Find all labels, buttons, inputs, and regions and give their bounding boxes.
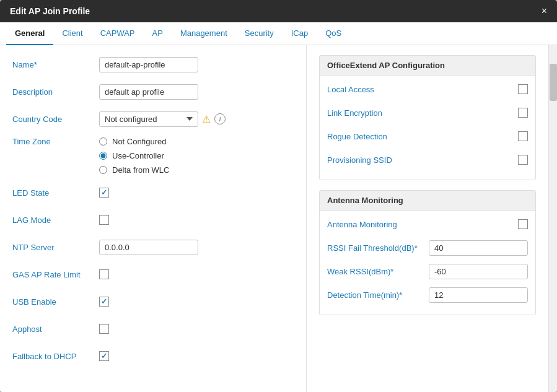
- link-encryption-checkbox[interactable]: [518, 108, 528, 118]
- tab-capwap[interactable]: CAPWAP: [92, 22, 144, 45]
- provisioning-ssid-checkbox[interactable]: [518, 155, 528, 165]
- time-zone-radio-use-controller[interactable]: [99, 152, 107, 160]
- tab-bar: General Client CAPWAP AP Management Secu…: [0, 22, 557, 45]
- time-zone-label: Time Zone: [12, 137, 99, 146]
- time-zone-radio-not-configured[interactable]: [99, 137, 107, 146]
- local-access-checkbox[interactable]: [518, 84, 528, 94]
- usb-enable-label: USB Enable: [12, 297, 99, 307]
- tab-security[interactable]: Security: [236, 22, 283, 45]
- time-zone-use-controller: Use-Controller: [99, 151, 169, 160]
- time-zone-radio-group: Not Configured Use-Controller Delta from…: [99, 137, 169, 175]
- name-label: Name*: [12, 60, 99, 69]
- tab-general[interactable]: General: [6, 22, 53, 45]
- country-code-wrapper: Not configured ⚠ i: [99, 111, 294, 127]
- close-button[interactable]: ×: [542, 6, 547, 16]
- lag-mode-checkbox[interactable]: [99, 215, 109, 225]
- rssi-fail-row: RSSI Fail Threshold(dB)*: [327, 239, 528, 256]
- description-value-wrapper: [99, 84, 294, 100]
- detection-time-label: Detection Time(min)*: [327, 290, 429, 300]
- time-zone-delta-wlc: Delta from WLC: [99, 165, 169, 175]
- weak-rssi-input[interactable]: [429, 264, 528, 279]
- led-state-checkbox[interactable]: [99, 188, 109, 198]
- antenna-monitoring-row: Antenna Monitoring: [327, 216, 528, 233]
- detection-time-row: Detection Time(min)*: [327, 286, 528, 303]
- local-access-row: Local Access: [327, 81, 528, 98]
- usb-enable-row: USB Enable: [12, 292, 294, 311]
- name-row: Name*: [12, 55, 294, 74]
- time-zone-use-controller-label: Use-Controller: [112, 151, 164, 160]
- modal-title: Edit AP Join Profile: [10, 6, 90, 16]
- name-value-wrapper: [99, 57, 294, 72]
- fallback-dhcp-row: Fallback to DHCP: [12, 347, 294, 365]
- rssi-fail-label: RSSI Fail Threshold(dB)*: [327, 243, 429, 253]
- fallback-dhcp-checkbox[interactable]: [99, 351, 109, 361]
- antenna-monitoring-checkbox[interactable]: [518, 219, 528, 229]
- scrollbar-track[interactable]: [548, 45, 557, 392]
- time-zone-radio-delta-wlc[interactable]: [99, 166, 107, 174]
- ntp-server-row: NTP Server: [12, 238, 294, 256]
- weak-rssi-label: Weak RSSI(dBm)*: [327, 267, 429, 276]
- antenna-monitoring-title: Antenna Monitoring: [320, 191, 535, 211]
- local-access-label: Local Access: [327, 85, 518, 94]
- scrollbar-thumb[interactable]: [550, 64, 557, 101]
- antenna-monitoring-section: Antenna Monitoring Antenna Monitoring RS…: [319, 190, 536, 315]
- usb-enable-checkbox[interactable]: [99, 297, 109, 307]
- detection-time-input[interactable]: [429, 287, 528, 303]
- led-state-wrapper: [99, 188, 294, 198]
- time-zone-value-wrapper: Not Configured Use-Controller Delta from…: [99, 137, 294, 175]
- led-state-label: LED State: [12, 188, 99, 198]
- modal: Edit AP Join Profile × General Client CA…: [0, 0, 557, 392]
- gas-ap-rate-row: GAS AP Rate Limit: [12, 265, 294, 284]
- time-zone-delta-wlc-label: Delta from WLC: [112, 165, 169, 175]
- rssi-fail-input[interactable]: [429, 240, 528, 256]
- gas-ap-rate-checkbox[interactable]: [99, 269, 109, 279]
- gas-ap-rate-wrapper: [99, 269, 294, 279]
- rogue-detection-checkbox[interactable]: [518, 131, 528, 141]
- provisioning-ssid-label: Provisioning SSID: [327, 155, 518, 165]
- ntp-server-label: NTP Server: [12, 243, 99, 252]
- tab-icap[interactable]: ICap: [283, 22, 317, 45]
- weak-rssi-row: Weak RSSI(dBm)*: [327, 263, 528, 280]
- country-code-row: Country Code Not configured ⚠ i: [12, 110, 294, 128]
- warn-icon: ⚠: [202, 113, 211, 125]
- description-input[interactable]: [99, 84, 198, 100]
- tab-management[interactable]: Management: [172, 22, 236, 45]
- apphost-label: Apphost: [12, 324, 99, 334]
- apphost-row: Apphost: [12, 320, 294, 338]
- apphost-wrapper: [99, 324, 294, 334]
- office-extend-body: Local Access Link Encryption Rogue Detec…: [320, 76, 535, 180]
- office-extend-title: OfficeExtend AP Configuration: [320, 56, 535, 76]
- rogue-detection-row: Rogue Detection: [327, 128, 528, 145]
- name-input[interactable]: [99, 57, 198, 72]
- link-encryption-label: Link Encryption: [327, 108, 518, 118]
- led-state-row: LED State: [12, 183, 294, 202]
- ntp-server-wrapper: [99, 240, 294, 255]
- antenna-monitoring-body: Antenna Monitoring RSSI Fail Threshold(d…: [320, 211, 535, 315]
- gas-ap-rate-label: GAS AP Rate Limit: [12, 270, 99, 279]
- tab-qos[interactable]: QoS: [317, 22, 350, 45]
- description-row: Description: [12, 82, 294, 101]
- info-icon[interactable]: i: [214, 113, 226, 124]
- apphost-checkbox[interactable]: [99, 324, 109, 334]
- left-panel: Name* Description Country Code Not confi…: [0, 45, 307, 392]
- lag-mode-row: LAG Mode: [12, 211, 294, 229]
- time-zone-not-configured: Not Configured: [99, 137, 169, 146]
- time-zone-row: Time Zone Not Configured Use-Controller: [12, 137, 294, 175]
- fallback-dhcp-label: Fallback to DHCP: [12, 352, 99, 361]
- provisioning-ssid-row: Provisioning SSID: [327, 151, 528, 168]
- link-encryption-row: Link Encryption: [327, 104, 528, 121]
- description-label: Description: [12, 87, 99, 97]
- modal-header: Edit AP Join Profile ×: [0, 0, 557, 22]
- usb-enable-wrapper: [99, 297, 294, 307]
- fallback-dhcp-wrapper: [99, 351, 294, 361]
- country-code-select[interactable]: Not configured: [99, 111, 198, 127]
- tab-client[interactable]: Client: [53, 22, 91, 45]
- time-zone-not-configured-label: Not Configured: [112, 137, 166, 146]
- tab-ap[interactable]: AP: [144, 22, 172, 45]
- right-panel: OfficeExtend AP Configuration Local Acce…: [307, 45, 548, 392]
- country-code-label: Country Code: [12, 115, 99, 124]
- ntp-server-input[interactable]: [99, 240, 198, 255]
- modal-body: Name* Description Country Code Not confi…: [0, 45, 557, 392]
- lag-mode-label: LAG Mode: [12, 216, 99, 225]
- office-extend-section: OfficeExtend AP Configuration Local Acce…: [319, 55, 536, 180]
